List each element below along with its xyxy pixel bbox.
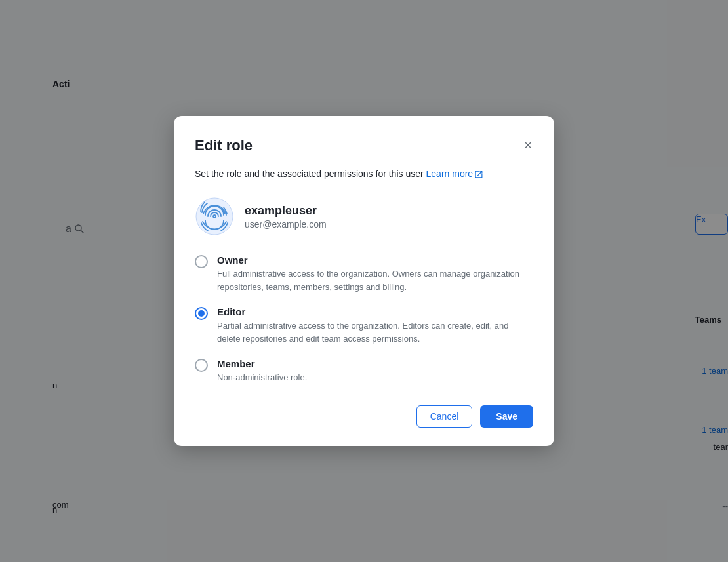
role-label-editor: Editor Partial administrative access to … — [217, 306, 533, 345]
close-button[interactable]: × — [523, 137, 533, 153]
role-desc-member: Non-administrative role. — [217, 371, 307, 384]
role-label-owner: Owner Full administrative access to the … — [217, 254, 533, 293]
save-button[interactable]: Save — [480, 405, 533, 428]
user-avatar — [195, 197, 234, 236]
role-options: Owner Full administrative access to the … — [195, 254, 533, 384]
radio-member[interactable] — [195, 359, 208, 372]
user-email: user@example.com — [245, 219, 327, 230]
role-option-member[interactable]: Member Non-administrative role. — [195, 358, 533, 384]
user-name: exampleuser — [245, 204, 327, 218]
user-info: exampleuser user@example.com — [195, 197, 533, 236]
modal-header: Edit role × — [195, 137, 533, 154]
external-link-icon — [475, 171, 483, 178]
radio-editor[interactable] — [195, 307, 208, 320]
user-details: exampleuser user@example.com — [245, 204, 327, 230]
modal-backdrop: Edit role × Set the role and the associa… — [0, 0, 728, 562]
modal-title: Edit role — [195, 137, 253, 154]
role-name-owner: Owner — [217, 254, 533, 266]
role-option-owner[interactable]: Owner Full administrative access to the … — [195, 254, 533, 293]
modal-footer: Cancel Save — [195, 405, 533, 428]
modal-subtitle: Set the role and the associated permissi… — [195, 167, 533, 181]
role-name-member: Member — [217, 358, 307, 369]
role-name-editor: Editor — [217, 306, 533, 317]
edit-role-modal: Edit role × Set the role and the associa… — [174, 116, 554, 446]
learn-more-link[interactable]: Learn more — [426, 167, 483, 181]
role-desc-editor: Partial administrative access to the org… — [217, 319, 533, 345]
role-option-editor[interactable]: Editor Partial administrative access to … — [195, 306, 533, 345]
role-desc-owner: Full administrative access to the organi… — [217, 268, 533, 293]
radio-owner[interactable] — [195, 255, 208, 268]
role-label-member: Member Non-administrative role. — [217, 358, 307, 384]
cancel-button[interactable]: Cancel — [416, 405, 473, 428]
